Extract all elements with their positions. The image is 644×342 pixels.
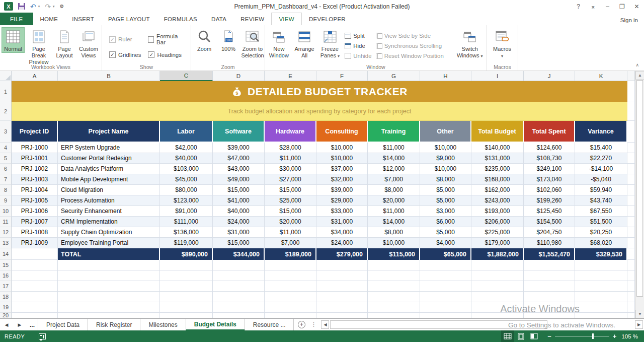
cell-value[interactable]: $119,000 [160, 238, 213, 248]
cell-value[interactable]: $12,000 [368, 164, 420, 174]
cell-value[interactable]: $4,000 [420, 238, 471, 248]
row-header-18[interactable]: 18 [0, 292, 12, 302]
cell-empty[interactable] [213, 281, 265, 292]
cell-value[interactable]: $140,000 [471, 143, 524, 153]
row-header-14[interactable]: 14 [0, 248, 12, 260]
formula-bar-checkbox[interactable]: Formula Bar [148, 33, 185, 45]
cell-value[interactable]: $3,000 [420, 206, 471, 217]
cell-empty[interactable] [160, 281, 213, 292]
cell-value[interactable]: $51,500 [575, 217, 627, 227]
cell-value[interactable]: $39,000 [316, 185, 368, 195]
zoom-slider-thumb[interactable] [592, 333, 594, 339]
restore-icon[interactable]: ❐ [615, 0, 629, 13]
row-header-11[interactable]: 11 [0, 217, 12, 227]
undo-icon[interactable]: ↶ [30, 3, 36, 10]
table-header-project-name[interactable]: Project Name [58, 121, 160, 143]
help-icon[interactable]: ? [571, 0, 586, 13]
scroll-up-icon[interactable]: ▲ [635, 71, 644, 80]
total-value-cell[interactable]: $189,000 [265, 248, 316, 260]
hide-button[interactable]: Hide [345, 42, 371, 50]
ribbon-tab-review[interactable]: REVIEW [233, 13, 271, 25]
cell-value[interactable]: $37,000 [316, 164, 368, 174]
sheet-tab-resource[interactable]: Resource ... [245, 319, 294, 330]
cell-empty[interactable] [213, 292, 265, 302]
cell-value[interactable]: $15,000 [265, 185, 316, 195]
total-value-cell[interactable]: $115,000 [368, 248, 420, 260]
column-header-I[interactable]: I [471, 71, 524, 81]
sheet-subtitle-cell[interactable]: Track budget allocation and spending by … [12, 102, 627, 121]
cell-value[interactable]: $25,000 [265, 195, 316, 206]
cell-value[interactable]: $173,040 [524, 174, 575, 185]
switch-windows-button[interactable]: Switch Windows ▾ [455, 27, 485, 59]
table-header-total-spent[interactable]: Total Spent [524, 121, 575, 143]
page-break-preview-button[interactable]: Page Break Preview [26, 27, 52, 66]
cell-value[interactable]: $15,000 [265, 206, 316, 217]
cell-value[interactable]: $123,000 [160, 195, 213, 206]
cell-empty[interactable] [524, 281, 575, 292]
cell-value[interactable]: $10,000 [316, 143, 368, 153]
cell-value[interactable]: $47,000 [213, 153, 265, 164]
cell-empty[interactable] [471, 260, 524, 270]
cell-empty[interactable] [58, 270, 160, 281]
cell-value[interactable]: $24,000 [213, 217, 265, 227]
cell-value[interactable]: $24,000 [316, 238, 368, 248]
cell-empty[interactable] [58, 281, 160, 292]
cell-empty[interactable] [213, 270, 265, 281]
cell-project-id[interactable]: PRJ-1002 [12, 164, 58, 174]
cell-value[interactable]: $9,000 [420, 153, 471, 164]
cell-value[interactable]: $14,000 [368, 217, 420, 227]
cell-empty[interactable] [265, 260, 316, 270]
cell-value[interactable]: $40,000 [160, 153, 213, 164]
cell-project-name[interactable]: CRM Implementation [58, 217, 160, 227]
gridlines-checkbox[interactable]: ✓ Gridlines [109, 51, 141, 58]
cell-empty[interactable] [368, 292, 420, 302]
page-layout-view-button[interactable]: Page Layout [53, 27, 76, 59]
sheet-nav-right-icon[interactable]: ▶ [13, 319, 26, 330]
cell-empty[interactable] [213, 302, 265, 313]
cell-empty[interactable] [12, 281, 58, 292]
zoom-100-button[interactable]: 100 100% [217, 27, 240, 53]
cell-project-id[interactable]: PRJ-1008 [12, 227, 58, 238]
cell-value[interactable]: $199,260 [524, 195, 575, 206]
view-side-by-side-button[interactable]: View Side by Side [376, 32, 452, 40]
cell-empty[interactable] [316, 270, 368, 281]
cell-empty[interactable] [471, 270, 524, 281]
cell-value[interactable]: $34,000 [316, 227, 368, 238]
page-break-shortcut[interactable] [527, 330, 540, 342]
cell-empty[interactable] [265, 281, 316, 292]
cell-value[interactable]: $110,980 [524, 238, 575, 248]
row-header-4[interactable]: 4 [0, 143, 12, 153]
cell-value[interactable]: $32,000 [316, 174, 368, 185]
arrange-all-button[interactable]: Arrange All [292, 27, 317, 59]
cell-empty[interactable] [420, 302, 471, 313]
cell-value[interactable]: $43,740 [575, 195, 627, 206]
cell-value[interactable]: $193,000 [471, 206, 524, 217]
cell-value[interactable]: $31,000 [316, 217, 368, 227]
cell-empty[interactable] [575, 281, 627, 292]
row-header-15[interactable]: 15 [0, 260, 12, 270]
undo-caret-icon[interactable]: ▾ [38, 5, 40, 9]
cell-project-name[interactable]: Customer Portal Redesign [58, 153, 160, 164]
table-header-project-id[interactable]: Project ID [12, 121, 58, 143]
cell-empty[interactable] [368, 313, 420, 318]
cell-value[interactable]: $11,000 [368, 143, 420, 153]
cell-empty[interactable] [524, 302, 575, 313]
cell-value[interactable]: $11,000 [265, 227, 316, 238]
table-header-variance[interactable]: Variance [575, 121, 627, 143]
column-header-D[interactable]: D [213, 71, 265, 81]
collapse-ribbon-icon[interactable]: ∧ [635, 62, 639, 67]
table-header-training[interactable]: Training [368, 121, 420, 143]
cell-empty[interactable] [265, 302, 316, 313]
cell-value[interactable]: $124,600 [524, 143, 575, 153]
zoom-slider[interactable]: − + [547, 332, 616, 340]
cell-value[interactable]: $5,000 [420, 227, 471, 238]
cell-empty[interactable] [575, 292, 627, 302]
cell-value[interactable]: $125,450 [524, 206, 575, 217]
cell-value[interactable]: $10,000 [420, 143, 471, 153]
cell-empty[interactable] [575, 270, 627, 281]
cell-empty[interactable] [12, 248, 58, 260]
cell-value[interactable]: $10,000 [368, 238, 420, 248]
table-header-consulting[interactable]: Consulting [316, 121, 368, 143]
sign-in-link[interactable]: Sign in [620, 17, 638, 23]
cell-value[interactable]: -$5,040 [575, 174, 627, 185]
